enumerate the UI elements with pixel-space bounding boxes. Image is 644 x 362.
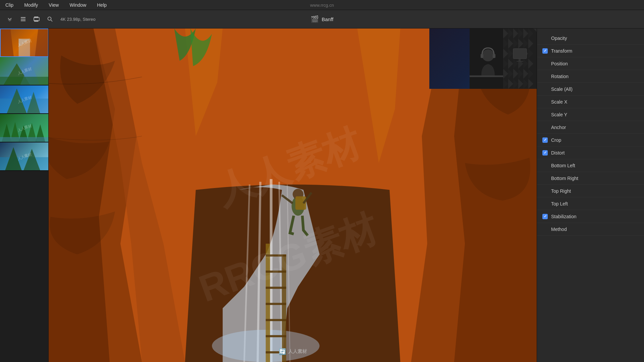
- menu-item-view[interactable]: View: [47, 2, 61, 8]
- crop-checkbox[interactable]: ✓: [542, 137, 548, 143]
- scale-y-label: Scale Y: [551, 112, 639, 117]
- transform-checkbox[interactable]: ✓: [542, 48, 548, 54]
- bottom-left-label: Bottom Left: [551, 163, 639, 168]
- top-right-label: Top Right: [551, 188, 639, 194]
- svg-rect-29: [266, 351, 286, 353]
- svg-rect-28: [266, 335, 286, 337]
- top-left-label: Top Left: [551, 201, 639, 206]
- inspector-scale-x-row[interactable]: Scale X: [537, 96, 644, 108]
- svg-rect-41: [481, 54, 483, 58]
- svg-rect-39: [517, 61, 523, 62]
- svg-rect-42: [493, 54, 495, 58]
- inspector-rotation-row[interactable]: Rotation: [537, 70, 644, 83]
- toolbar: 4K 23.98p, Stereo 🎬 Banff: [0, 10, 644, 28]
- inspector-top-left-row[interactable]: Top Left: [537, 197, 644, 210]
- inspector-opacity-row[interactable]: Opacity: [537, 32, 644, 45]
- scale-x-label: Scale X: [551, 99, 639, 105]
- svg-point-10: [48, 17, 51, 20]
- bottom-right-label: Bottom Right: [551, 176, 639, 181]
- inspector-crop-row[interactable]: ✓ Crop: [537, 134, 644, 146]
- menu-item-help[interactable]: Help: [95, 2, 109, 8]
- menu-item-window[interactable]: Window: [67, 2, 88, 8]
- svg-rect-43: [470, 75, 503, 77]
- svg-rect-26: [266, 303, 286, 305]
- svg-rect-27: [266, 319, 286, 321]
- svg-rect-38: [519, 59, 521, 61]
- search-icon[interactable]: [45, 14, 55, 24]
- preview-area: 人人素材 RRCG素材 🔄 人人素材: [49, 28, 537, 362]
- inspector-transform-row[interactable]: ✓ Transform: [537, 45, 644, 57]
- inspector-scale-all-row[interactable]: Scale (All): [537, 83, 644, 96]
- svg-rect-0: [21, 17, 25, 18]
- clip-thumb-3[interactable]: 人人素材: [0, 85, 49, 114]
- distort-checkbox[interactable]: ✓: [542, 150, 548, 156]
- toolbar-center: 🎬 Banff: [311, 15, 333, 23]
- clip-thumb-2[interactable]: 人人素材: [0, 57, 49, 85]
- project-title: Banff: [322, 16, 333, 22]
- main-area: 人人素材 人人素材 人人素材: [0, 28, 644, 362]
- inspector-stabilization-row[interactable]: ✓ Stabilization: [537, 210, 644, 223]
- stabilization-checkbox[interactable]: ✓: [542, 214, 548, 219]
- svg-rect-37: [513, 49, 527, 59]
- svg-rect-1: [21, 19, 25, 19]
- sidebar: 人人素材 人人素材 人人素材: [0, 28, 49, 362]
- crop-label: Crop: [551, 137, 639, 143]
- menu-item-clip[interactable]: Clip: [3, 2, 15, 8]
- filmstrip-icon[interactable]: [32, 14, 41, 24]
- inspector-distort-row[interactable]: ✓ Distort: [537, 146, 644, 159]
- inspector-position-row[interactable]: Position: [537, 57, 644, 70]
- anchor-label: Anchor: [551, 125, 639, 130]
- distort-label: Distort: [551, 150, 639, 156]
- clip-thumb-4[interactable]: 人人素材: [0, 114, 49, 142]
- svg-line-11: [51, 20, 53, 22]
- stabilization-label: Stabilization: [551, 214, 639, 219]
- rotation-label: Rotation: [551, 74, 639, 79]
- list-view-icon[interactable]: [18, 14, 28, 24]
- menu-watermark: www.rrcg.cn: [310, 2, 334, 7]
- video-spec: 4K 23.98p, Stereo: [60, 17, 96, 22]
- webcam-bg: [429, 28, 537, 89]
- inspector-bottom-left-row[interactable]: Bottom Left: [537, 159, 644, 172]
- webcam-overlay: [429, 28, 537, 89]
- inspector-method-row[interactable]: Method: [537, 223, 644, 236]
- inspector-top-right-row[interactable]: Top Right: [537, 185, 644, 197]
- scale-all-label: Scale (All): [551, 86, 639, 92]
- inspector-scale-y-row[interactable]: Scale Y: [537, 108, 644, 121]
- svg-rect-2: [21, 20, 25, 21]
- clapper-icon: 🎬: [311, 15, 319, 23]
- svg-point-40: [482, 49, 494, 61]
- transform-label: Transform: [551, 48, 639, 54]
- opacity-label: Opacity: [551, 36, 639, 41]
- clip-thumb-1[interactable]: 人人素材: [0, 28, 49, 57]
- inspector-bottom-right-row[interactable]: Bottom Right: [537, 172, 644, 185]
- nav-chevron-icon[interactable]: [5, 14, 14, 24]
- menu-item-modify[interactable]: Modify: [22, 2, 40, 8]
- inspector-panel: Opacity ✓ Transform Position Rotation Sc…: [537, 28, 644, 362]
- inspector-anchor-row[interactable]: Anchor: [537, 121, 644, 134]
- position-label: Position: [551, 61, 639, 66]
- method-label: Method: [551, 227, 639, 232]
- clip-thumb-5[interactable]: 人人素材: [0, 142, 49, 171]
- menu-bar: Clip Modify View Window Help www.rrcg.cn: [0, 0, 644, 10]
